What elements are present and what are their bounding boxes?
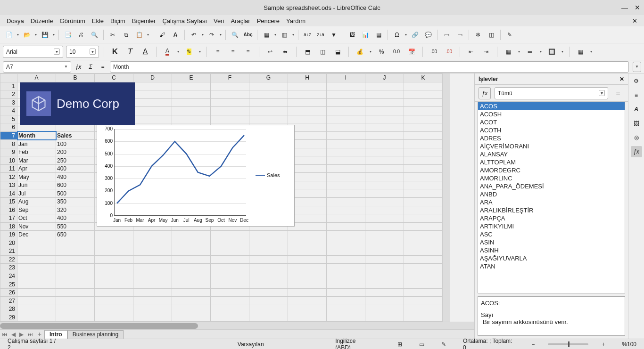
sheet-tab-intro[interactable]: Intro bbox=[44, 330, 67, 339]
cell[interactable] bbox=[211, 305, 249, 313]
cell[interactable] bbox=[404, 255, 443, 264]
special-char-icon[interactable]: Ω bbox=[391, 29, 403, 41]
cell[interactable] bbox=[95, 239, 133, 247]
cell[interactable] bbox=[249, 297, 288, 305]
zoom-out-icon[interactable]: − bbox=[528, 341, 538, 348]
formula-expand-icon[interactable]: ▼ bbox=[633, 62, 641, 72]
function-item[interactable]: AİÇVERİMORANI bbox=[478, 142, 625, 150]
cell[interactable] bbox=[404, 148, 443, 156]
cell[interactable] bbox=[133, 297, 172, 305]
cell[interactable] bbox=[404, 239, 443, 247]
cell[interactable]: 250 bbox=[56, 156, 95, 165]
cell[interactable] bbox=[211, 313, 249, 322]
cell[interactable] bbox=[365, 206, 404, 214]
cell[interactable] bbox=[404, 90, 443, 99]
cell[interactable] bbox=[249, 272, 288, 280]
headers-footers-icon[interactable]: ▭ bbox=[440, 29, 453, 41]
cell[interactable] bbox=[17, 297, 56, 305]
wrap-text-icon[interactable]: ↩ bbox=[264, 46, 276, 58]
cell[interactable] bbox=[288, 90, 327, 99]
align-middle-icon[interactable]: ◫ bbox=[316, 46, 329, 58]
open-icon[interactable]: 📂 bbox=[21, 29, 33, 41]
save-icon[interactable]: 💾 bbox=[39, 29, 51, 41]
cell[interactable] bbox=[249, 90, 288, 99]
cell[interactable] bbox=[365, 305, 404, 313]
tab-last-icon[interactable]: ⏭ bbox=[25, 331, 35, 338]
cell[interactable] bbox=[95, 247, 133, 256]
cell[interactable] bbox=[17, 247, 56, 256]
function-item[interactable]: ASINH bbox=[478, 246, 625, 254]
row-header[interactable]: 21 bbox=[0, 247, 17, 256]
font-name-combo[interactable]: Arial ▾ bbox=[3, 46, 63, 58]
cell[interactable] bbox=[327, 181, 365, 189]
cell[interactable] bbox=[249, 288, 288, 297]
cell[interactable] bbox=[288, 107, 327, 115]
row-header[interactable]: 26 bbox=[0, 288, 17, 297]
cell[interactable] bbox=[327, 82, 365, 90]
cell[interactable] bbox=[17, 313, 56, 322]
special-char-dropdown[interactable]: ▾ bbox=[404, 29, 408, 41]
split-icon[interactable]: ◫ bbox=[485, 29, 497, 41]
cell[interactable] bbox=[133, 98, 172, 107]
border-color-dropdown[interactable]: ▾ bbox=[561, 46, 564, 58]
cond-format-dropdown[interactable]: ▾ bbox=[589, 46, 593, 58]
sum-icon[interactable]: Σ bbox=[85, 62, 96, 72]
bold-icon[interactable]: K bbox=[109, 46, 121, 58]
cell[interactable] bbox=[327, 280, 365, 289]
font-color-icon[interactable]: A bbox=[161, 46, 173, 58]
col-header[interactable]: A bbox=[17, 74, 56, 82]
borders-dropdown[interactable]: ▾ bbox=[517, 46, 521, 58]
cell[interactable] bbox=[365, 140, 404, 148]
cell[interactable]: Aug bbox=[17, 197, 56, 206]
cell[interactable] bbox=[133, 264, 172, 272]
cell[interactable]: Jun bbox=[17, 181, 56, 189]
row-header[interactable]: 1 bbox=[0, 82, 17, 90]
function-item[interactable]: ARTIKYILMI bbox=[478, 222, 625, 230]
menu-bicim[interactable]: Biçim bbox=[107, 16, 128, 25]
freeze-icon[interactable]: ❄ bbox=[472, 29, 484, 41]
cell[interactable]: 500 bbox=[56, 189, 95, 198]
cell[interactable] bbox=[211, 288, 249, 297]
cell[interactable] bbox=[288, 239, 327, 247]
italic-icon[interactable]: T bbox=[124, 46, 136, 58]
function-item[interactable]: ACOTH bbox=[478, 126, 625, 134]
copy-icon[interactable]: ⧉ bbox=[120, 29, 132, 41]
function-item[interactable]: AMORLINC bbox=[478, 174, 625, 182]
cell[interactable] bbox=[211, 280, 249, 289]
autofilter-icon[interactable]: ▼ bbox=[328, 29, 340, 41]
new-icon[interactable]: 📄 bbox=[3, 29, 15, 41]
function-item[interactable]: ARAPÇA bbox=[478, 214, 625, 222]
row-header[interactable]: 13 bbox=[0, 181, 17, 189]
cell[interactable] bbox=[249, 82, 288, 90]
date-icon[interactable]: 📅 bbox=[405, 46, 418, 58]
cell[interactable] bbox=[211, 90, 249, 99]
cell[interactable] bbox=[95, 305, 133, 313]
cell[interactable] bbox=[327, 90, 365, 99]
merge-cells-icon[interactable]: ⬌ bbox=[279, 46, 291, 58]
col-header[interactable]: D bbox=[133, 74, 172, 82]
function-wizard-icon[interactable]: ƒx bbox=[73, 62, 83, 72]
cell[interactable] bbox=[211, 247, 249, 256]
cell[interactable] bbox=[133, 231, 172, 239]
cell[interactable] bbox=[211, 107, 249, 115]
row-header[interactable]: 25 bbox=[0, 280, 17, 289]
function-item[interactable]: ANA_PARA_ÖDEMESİ bbox=[478, 182, 625, 190]
cut-icon[interactable]: ✂ bbox=[107, 29, 119, 41]
col-header[interactable]: H bbox=[288, 74, 327, 82]
cell[interactable] bbox=[365, 181, 404, 189]
cell[interactable] bbox=[327, 148, 365, 156]
function-item[interactable]: ALTTOPLAM bbox=[478, 158, 625, 166]
cell[interactable] bbox=[249, 115, 288, 123]
cell[interactable] bbox=[211, 82, 249, 90]
paste-icon[interactable]: 📋 bbox=[133, 29, 145, 41]
cell[interactable] bbox=[249, 280, 288, 289]
sidebar-settings-icon[interactable]: ⚙ bbox=[631, 75, 642, 87]
cell[interactable] bbox=[327, 272, 365, 280]
cell[interactable] bbox=[404, 280, 443, 289]
col-header[interactable]: C bbox=[95, 74, 133, 82]
formula-icon[interactable]: = bbox=[98, 62, 108, 72]
cell[interactable] bbox=[365, 247, 404, 256]
del-decimal-icon[interactable]: .00 bbox=[443, 46, 455, 58]
cell[interactable] bbox=[327, 164, 365, 173]
cell[interactable] bbox=[172, 239, 211, 247]
